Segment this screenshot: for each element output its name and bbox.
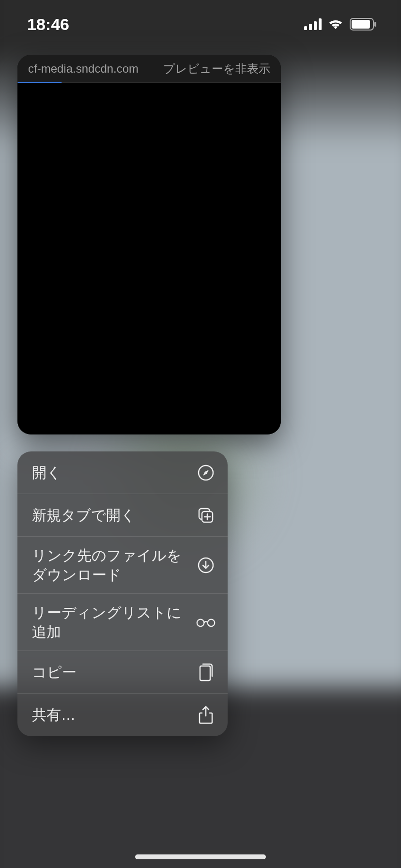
- menu-label: 新規タブで開く: [32, 506, 136, 525]
- menu-label: 開く: [32, 463, 62, 482]
- download-icon: [196, 555, 216, 575]
- status-time: 18:46: [27, 15, 69, 34]
- link-preview-card: cf-media.sndcdn.com プレビューを非表示: [17, 55, 281, 434]
- tabs-plus-icon: [196, 505, 216, 526]
- preview-url: cf-media.sndcdn.com: [28, 62, 139, 76]
- svg-rect-5: [352, 20, 370, 29]
- context-menu: 開く 新規タブで開く リンク先のファイルをダウンロード: [17, 451, 228, 736]
- battery-icon: [350, 18, 377, 31]
- menu-item-open[interactable]: 開く: [17, 451, 228, 494]
- preview-header: cf-media.sndcdn.com プレビューを非表示: [17, 55, 281, 83]
- glasses-icon: [196, 612, 216, 633]
- compass-icon: [196, 463, 216, 483]
- svg-rect-2: [314, 21, 317, 30]
- home-indicator[interactable]: [135, 854, 266, 859]
- preview-content-area: [17, 83, 281, 434]
- menu-item-share[interactable]: 共有…: [17, 694, 228, 736]
- menu-item-add-reading-list[interactable]: リーディングリストに追加: [17, 594, 228, 651]
- menu-label: リンク先のファイルをダウンロード: [32, 546, 187, 585]
- menu-item-copy[interactable]: コピー: [17, 651, 228, 694]
- menu-item-open-new-tab[interactable]: 新規タブで開く: [17, 494, 228, 537]
- menu-label: 共有…: [32, 705, 76, 725]
- status-indicators: [304, 18, 377, 31]
- share-icon: [196, 705, 216, 725]
- svg-point-14: [197, 619, 204, 626]
- status-bar: 18:46: [0, 0, 401, 48]
- menu-item-download-linked-file[interactable]: リンク先のファイルをダウンロード: [17, 537, 228, 594]
- svg-rect-0: [304, 26, 307, 30]
- wifi-icon: [327, 18, 344, 30]
- svg-point-15: [208, 619, 215, 626]
- menu-label: コピー: [32, 663, 77, 682]
- cellular-icon: [304, 18, 322, 30]
- hide-preview-button[interactable]: プレビューを非表示: [163, 61, 270, 77]
- svg-rect-1: [309, 24, 312, 30]
- menu-label: リーディングリストに追加: [32, 603, 187, 642]
- copy-docs-icon: [196, 662, 216, 682]
- svg-rect-3: [319, 18, 322, 30]
- svg-rect-6: [374, 22, 376, 27]
